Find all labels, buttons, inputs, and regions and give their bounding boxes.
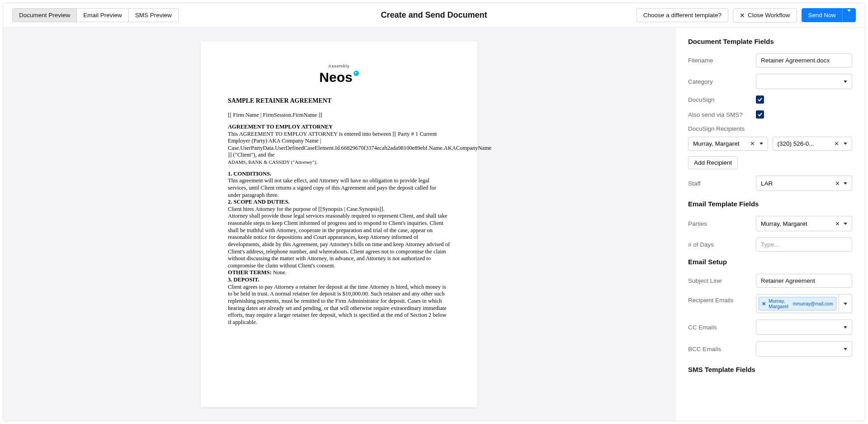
docusign-label: DocuSign	[688, 96, 751, 103]
parties-select[interactable]: Murray, Margaret ✕	[756, 216, 852, 231]
sidebar: Document Template Fields Filename Catego…	[675, 28, 865, 421]
filename-input[interactable]	[756, 53, 852, 67]
remove-tag-icon[interactable]: ✕	[762, 301, 766, 307]
recipient-phone-select[interactable]: (320) 526-0... ✕	[773, 137, 853, 151]
docusign-checkbox[interactable]	[756, 95, 764, 104]
bcc-emails-label: BCC Emails	[688, 346, 751, 353]
other-terms-label: OTHER TERMS:	[228, 269, 272, 276]
chevron-down-icon	[844, 303, 847, 305]
chevron-down-icon	[844, 348, 847, 350]
send-now-button[interactable]: Send Now	[802, 8, 856, 22]
scope-line1: Client hires Attorney for the purpose of…	[228, 206, 385, 212]
staff-select[interactable]: LAR ✕	[756, 176, 852, 191]
chevron-down-icon	[844, 223, 847, 225]
recipient-emails-label: Recipient Emails	[688, 294, 751, 304]
category-label: Category	[688, 78, 751, 85]
bcc-emails-select[interactable]	[756, 341, 852, 357]
recipient-phone-value: (320) 526-0...	[778, 140, 830, 147]
add-recipient-button[interactable]: Add Recipient	[688, 156, 738, 169]
send-now-dropdown[interactable]	[842, 9, 855, 22]
recipient-emails-dropdown[interactable]	[839, 294, 852, 313]
chevron-down-icon	[844, 326, 847, 329]
send-now-label: Send Now	[802, 9, 843, 22]
tag-email: mmurray@mail.com	[793, 301, 833, 306]
tag-name: Murray, Margaret	[769, 298, 790, 309]
close-icon: ✕	[740, 12, 745, 19]
sms-label: Also send via SMS?	[688, 111, 751, 118]
recipient-email-tag[interactable]: ✕ Murray, Margaret mmurray@mail.com	[759, 297, 836, 310]
check-icon	[757, 112, 763, 117]
logo-subtitle: Assembly	[228, 64, 450, 69]
section-email-setup: Email Setup	[688, 258, 852, 266]
subject-input[interactable]	[756, 274, 852, 288]
agreement-head: AGREEMENT TO EMPLOY ATTORNEY	[228, 124, 333, 130]
agreement-small: ADAMS, BANK & CASSIDY ("Attorney").	[228, 159, 317, 165]
document-logo: Assembly Neos	[228, 64, 450, 86]
conditions-head: 1. CONDITIONS.	[228, 171, 271, 177]
subject-label: Subject Line	[688, 277, 751, 284]
doc-firm-line: [[ Firm Name | FirmSession.FirmName ]]	[228, 112, 450, 119]
logo-main: Neos	[319, 70, 352, 85]
doc-conditions-scope: 1. CONDITIONS. This agreement will not t…	[228, 171, 450, 326]
section-email-fields: Email Template Fields	[688, 200, 852, 208]
recipients-label: DocuSign Recipients	[688, 125, 852, 132]
recipient-name-select[interactable]: Murray, Margaret ✕	[688, 137, 768, 151]
parties-value: Murray, Margaret	[761, 220, 831, 227]
filename-label: Filename	[688, 57, 751, 64]
staff-label: Staff	[688, 180, 751, 187]
deposit-body: Client agrees to pay Attorney a retainer…	[228, 284, 447, 325]
cc-emails-label: CC Emails	[688, 324, 751, 331]
section-sms-fields: SMS Template Fields	[688, 366, 852, 373]
agreement-body: This AGREEMENT TO EMPLOY ATTORNEY is ent…	[228, 131, 491, 158]
close-workflow-button[interactable]: ✕ Close Workflow	[733, 8, 797, 23]
staff-value: LAR	[761, 180, 831, 187]
parties-label: Parties	[688, 220, 751, 227]
clear-icon[interactable]: ✕	[834, 220, 841, 227]
sms-checkbox[interactable]	[756, 110, 764, 119]
clear-icon[interactable]: ✕	[749, 140, 756, 147]
days-input[interactable]	[756, 238, 852, 252]
scope-head: 2. SCOPE AND DUTIES.	[228, 199, 290, 205]
preview-tabs: Document Preview Email Preview SMS Previ…	[12, 8, 179, 22]
chevron-down-icon	[844, 143, 847, 145]
section-document-fields: Document Template Fields	[688, 38, 852, 45]
other-terms-value: None.	[273, 269, 287, 276]
recipient-emails-box[interactable]: ✕ Murray, Margaret mmurray@mail.com	[756, 294, 839, 313]
doc-agreement-section: AGREEMENT TO EMPLOY ATTORNEY This AGREEM…	[228, 124, 450, 166]
scope-line2: Attorney shall provide those legal servi…	[228, 213, 450, 268]
choose-template-button[interactable]: Choose a different template?	[637, 8, 728, 22]
close-workflow-label: Close Workflow	[748, 12, 790, 19]
play-icon	[354, 71, 359, 76]
chevron-down-icon	[844, 81, 847, 83]
chevron-down-icon	[844, 182, 847, 185]
chevron-down-icon	[760, 143, 763, 145]
check-icon	[757, 97, 763, 102]
clear-icon[interactable]: ✕	[833, 140, 840, 147]
tab-document-preview[interactable]: Document Preview	[13, 9, 77, 22]
category-select[interactable]	[756, 74, 852, 89]
tab-sms-preview[interactable]: SMS Preview	[129, 9, 178, 22]
deposit-head: 3. DEPOSIT.	[228, 276, 259, 283]
cc-emails-select[interactable]	[756, 319, 852, 335]
document-preview-area: Assembly Neos SAMPLE RETAINER AGREEMENT …	[3, 28, 675, 421]
days-label: # of Days	[688, 241, 751, 248]
conditions-body: This agreement will not take effect, and…	[228, 177, 436, 198]
document-title: SAMPLE RETAINER AGREEMENT	[228, 97, 450, 105]
tab-email-preview[interactable]: Email Preview	[77, 9, 129, 22]
recipient-name-value: Murray, Margaret	[693, 140, 745, 147]
document-page: Assembly Neos SAMPLE RETAINER AGREEMENT …	[201, 41, 477, 407]
chevron-down-icon	[847, 10, 851, 19]
clear-icon[interactable]: ✕	[834, 180, 841, 187]
